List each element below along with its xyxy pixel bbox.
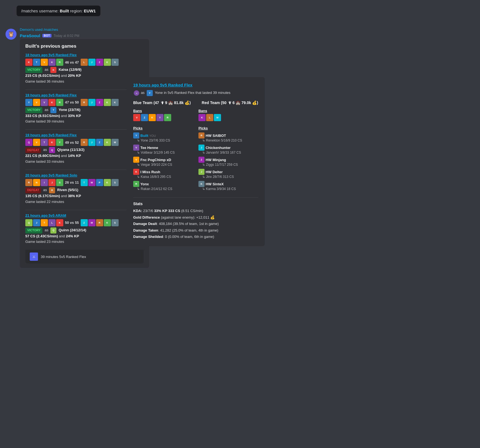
champ-icon: R bbox=[81, 139, 88, 146]
game-5-header[interactable]: 21 hours ago 5v5 ARAM bbox=[25, 213, 144, 218]
bans-section: Bans V Z K Y R Bans K L M bbox=[133, 109, 258, 122]
timestamp: Today at 8:02 PM bbox=[54, 34, 79, 38]
player-name: HW SinteX bbox=[206, 182, 224, 186]
game-entry-2: 19 hours ago 5v5 Ranked Flex Y V V K R 4… bbox=[25, 93, 144, 125]
game-3-kp: 14% KP bbox=[68, 154, 81, 158]
player-entry: V Fnc PogChimp xD ↳ Veigar 3/9/10 224 CS bbox=[133, 157, 193, 167]
champ-icon: P bbox=[96, 179, 103, 186]
stats-section: Stats KDA: 23/7/6 33% KP 333 CS (8.51 CS… bbox=[133, 197, 258, 240]
champ-icon: K bbox=[48, 139, 56, 146]
player-name: Built YOU bbox=[140, 134, 156, 138]
result-badge: VICTORY bbox=[25, 67, 42, 73]
detail-subtitle-rest: Yone in 5v5 Ranked Flex that lasted 39 m… bbox=[155, 91, 230, 95]
game-2-header[interactable]: 19 hours ago 5v5 Ranked Flex bbox=[25, 93, 144, 97]
player-name: HW Minjang bbox=[206, 158, 226, 162]
player-stats: ↳ Jinx 28/7/6 313 CS bbox=[198, 175, 258, 179]
game-1-champ: Kaisa (12/9/9) bbox=[59, 67, 81, 72]
blue-gold-icon: 💰) bbox=[185, 101, 191, 105]
detail-title[interactable]: 19 hours ago 5v5 Ranked Flex bbox=[133, 83, 258, 87]
champ-icon: Z bbox=[96, 59, 103, 66]
red-ban-icons: K L M bbox=[198, 114, 258, 121]
game-2-details: VICTORY as Y Yone (23/7/6) 333 CS (8.51C… bbox=[25, 107, 144, 125]
game-4-details: DEFEAT as R Riven (5/5/1) 135 CS (6.17CS… bbox=[25, 187, 144, 205]
champ-icon: M bbox=[111, 139, 119, 146]
game-3-details: DEFEAT as Q Qiyana (11/13/2) 221 CS (6.6… bbox=[25, 147, 144, 165]
game-4-cs: 135 CS (6.17CS/min) bbox=[25, 194, 60, 198]
player-stats: ↳ Volibear 3/12/9 145 CS bbox=[133, 151, 193, 154]
game-5-as: as bbox=[45, 228, 48, 232]
champ-icon: K bbox=[104, 99, 111, 106]
blue-bans: Bans V Z K Y R bbox=[133, 109, 193, 122]
game-entry-5: 21 hours ago 5v5 ARAM Q J T L K 50 vs 55… bbox=[25, 213, 144, 245]
champ-icon: I bbox=[41, 179, 48, 186]
player-stats: ↳ JarvanIV 3/8/33 167 CS bbox=[198, 151, 258, 154]
player-entry: J Chickenhunter ↳ JarvanIV 3/8/33 167 CS bbox=[198, 145, 258, 154]
ban-icon: V bbox=[133, 114, 140, 121]
player-name: Yonx bbox=[140, 182, 149, 186]
champ-inline-icon: R bbox=[49, 187, 55, 193]
bottom-bar-text: 39 minutes 5v5 Ranked Flex bbox=[41, 255, 86, 259]
champ-icon: T bbox=[81, 179, 88, 186]
game-5-cs: 57 CS (2.43CS/min) bbox=[25, 234, 58, 238]
player-champ-icon: Z bbox=[198, 157, 204, 163]
game-4-header[interactable]: 20 hours ago 5v5 Ranked Solo bbox=[25, 173, 144, 177]
champ-icon: V bbox=[33, 139, 40, 146]
player-name: Fnc PogChimp xD bbox=[140, 158, 171, 162]
player-champ-icon: Y bbox=[133, 132, 139, 139]
champ-icon: K bbox=[25, 59, 32, 66]
detail-subtitle-text: as bbox=[141, 91, 145, 95]
blue-team-header: Blue Team (47 🗡 9 🏰 81.8k 💰) bbox=[133, 101, 191, 105]
champ-inline-icon: K bbox=[50, 67, 56, 73]
ban-icon: K bbox=[149, 114, 156, 121]
command-username: Built bbox=[60, 9, 69, 13]
red-team-label: Red Team (50 bbox=[202, 101, 227, 105]
ban-icon: R bbox=[164, 114, 171, 121]
game-4-champ: Riven (5/5/1) bbox=[57, 188, 78, 192]
detail-card: 19 hours ago 5v5 Ranked Flex ⚔ as Y Yone… bbox=[127, 77, 265, 246]
champ-icon: N bbox=[33, 179, 40, 186]
champ-icon: M bbox=[88, 179, 96, 186]
blue-towers-icon: 🏰 81.8k bbox=[168, 101, 184, 105]
player-entry: Z HW Minjang ↳ Ziggs 11/7/17 259 CS bbox=[198, 157, 258, 167]
champ-icon: S bbox=[56, 179, 63, 186]
player-entry: J HW Delter ↳ Jinx 28/7/6 313 CS bbox=[198, 169, 258, 179]
game-4-duration: Game lasted 22 minutes bbox=[25, 200, 64, 204]
game-1-header[interactable]: 18 hours ago 5v5 Ranked Flex bbox=[25, 53, 144, 57]
game-5-duration: Game lasted 23 minutes bbox=[25, 240, 64, 244]
player-stats: ↳ Renekton 5/16/9 210 CS bbox=[198, 139, 258, 142]
damage-taken-stat: Damage Taken: 41,282 (25.0% of team, 4th… bbox=[133, 228, 258, 233]
game-4-as: as bbox=[43, 188, 47, 192]
champ-icon: K bbox=[48, 99, 56, 106]
game-3-header[interactable]: 19 hours ago 5v5 Ranked Flex bbox=[25, 133, 144, 137]
game-5-details: VICTORY as Q Quinn (24/12/14) 57 CS (2.4… bbox=[25, 227, 144, 245]
champ-icon: K bbox=[104, 219, 111, 226]
red-bans-label: Bans bbox=[198, 109, 258, 113]
game-1-score: 46 vs 47 bbox=[65, 60, 79, 64]
command-tooltip: /matches username: Built region: EUW1 bbox=[17, 6, 100, 16]
result-badge: DEFEAT bbox=[25, 147, 41, 153]
game-3-score: 49 vs 52 bbox=[65, 140, 79, 145]
game-entry-3: 19 hours ago 5v5 Ranked Flex Q V T K Y 4… bbox=[25, 133, 144, 165]
blue-ban-icons: V Z K Y R bbox=[133, 114, 193, 121]
player-entry: V Tee Henne ↳ Volibear 3/12/9 145 CS bbox=[133, 145, 193, 154]
game-5-score: 50 vs 55 bbox=[65, 221, 79, 225]
game-2-cs: 333 CS (8.51CS/min) bbox=[25, 114, 60, 118]
teams-header: Blue Team (47 🗡 9 🏰 81.8k 💰) Red Team (5… bbox=[133, 101, 258, 105]
champ-icon: V bbox=[41, 99, 48, 106]
prev-action-text: Demon's used /matches bbox=[20, 28, 58, 32]
ban-icon: K bbox=[198, 114, 206, 121]
game-3-cs: 221 CS (6.60CS/min) bbox=[25, 154, 60, 158]
champ-icon: T bbox=[41, 219, 48, 226]
blue-kills-icon: 🗡 9 bbox=[160, 101, 167, 105]
champ-icon: R bbox=[56, 99, 63, 106]
command-region-label: region: bbox=[69, 9, 84, 13]
champ-icon: S bbox=[111, 219, 119, 226]
kda-stat: KDA: 23/7/6 33% KP 333 CS (8.51 CS/min) bbox=[133, 208, 258, 214]
champ-icon: R bbox=[96, 219, 103, 226]
message-header: ParaSooul BOT Today at 8:02 PM bbox=[20, 33, 474, 38]
blue-picks-label: Picks bbox=[133, 126, 193, 130]
player-name: HW Delter bbox=[206, 170, 223, 174]
champ-icon: R bbox=[25, 179, 32, 186]
bot-badge: BOT bbox=[42, 34, 51, 37]
champ-icon: Z bbox=[96, 139, 103, 146]
